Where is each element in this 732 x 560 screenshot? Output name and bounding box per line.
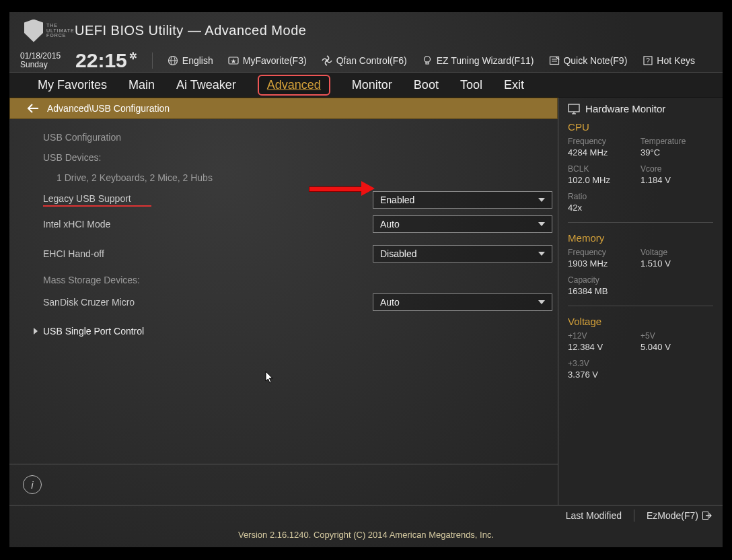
fan-icon — [322, 55, 333, 67]
note-icon — [548, 55, 560, 67]
hotkeys-button[interactable]: ? Hot Keys — [642, 55, 695, 67]
bulb-icon — [422, 55, 433, 67]
usb-single-port-submenu[interactable]: USB Single Port Control — [43, 320, 558, 343]
xhci-select[interactable]: Auto — [373, 215, 552, 233]
chevron-right-icon — [34, 328, 38, 335]
gear-icon[interactable]: ✲ — [129, 50, 137, 61]
ezmode-button[interactable]: EzMode(F7) — [647, 510, 712, 521]
clock[interactable]: 22:15✲ — [75, 49, 137, 72]
voltage-section: Voltage — [568, 316, 713, 327]
tab-exit[interactable]: Exit — [504, 78, 524, 92]
memory-section: Memory — [568, 232, 713, 244]
back-arrow-icon[interactable] — [27, 104, 39, 113]
section-header: USB Configuration — [43, 132, 373, 143]
quicknote-button[interactable]: Quick Note(F9) — [548, 55, 627, 67]
exit-icon — [702, 512, 712, 520]
chevron-down-icon — [538, 300, 545, 304]
myfavorite-button[interactable]: MyFavorite(F3) — [228, 55, 307, 67]
sandisk-select[interactable]: Auto — [373, 293, 552, 311]
globe-icon — [168, 55, 179, 67]
version-text: Version 2.16.1240. Copyright (C) 2014 Am… — [9, 526, 723, 543]
sandisk-label: SanDisk Cruzer Micro — [43, 297, 373, 308]
tab-monitor[interactable]: Monitor — [352, 78, 392, 92]
svg-rect-13 — [569, 104, 579, 112]
question-icon: ? — [642, 55, 653, 67]
eztuning-button[interactable]: EZ Tuning Wizard(F11) — [422, 55, 534, 67]
chevron-down-icon — [538, 222, 545, 226]
svg-text:?: ? — [646, 57, 650, 65]
last-modified-button[interactable]: Last Modified — [566, 510, 622, 521]
breadcrumb[interactable]: Advanced\USB Configuration — [9, 98, 558, 119]
svg-marker-4 — [231, 59, 236, 63]
hardware-monitor-title: Hardware Monitor — [585, 103, 665, 114]
usb-devices-label: USB Devices: — [43, 152, 373, 163]
tab-ai-tweaker[interactable]: Ai Tweaker — [176, 78, 236, 92]
ehci-label: EHCI Hand-off — [43, 248, 373, 259]
info-icon[interactable]: i — [23, 475, 42, 494]
tab-my-favorites[interactable]: My Favorites — [38, 78, 107, 92]
qfan-button[interactable]: Qfan Control(F6) — [322, 55, 407, 67]
favorite-icon — [228, 55, 240, 67]
breadcrumb-text: Advanced\USB Configuration — [47, 103, 170, 114]
legacy-usb-select[interactable]: Enabled — [373, 191, 552, 209]
mouse-cursor-icon — [265, 371, 274, 384]
tab-advanced[interactable]: Advanced — [258, 75, 330, 96]
tuf-logo: THE ULTIMATE FORCE — [24, 18, 75, 44]
legacy-usb-label: Legacy USB Support — [43, 193, 151, 207]
tab-bar: My Favorites Main Ai Tweaker Advanced Mo… — [9, 72, 723, 98]
tab-main[interactable]: Main — [129, 78, 155, 92]
hardware-monitor-panel: Hardware Monitor CPU Frequency4284 MHz T… — [558, 98, 723, 505]
cpu-section: CPU — [568, 121, 713, 133]
usb-devices-value: 1 Drive, 2 Keyboards, 2 Mice, 2 Hubs — [43, 172, 386, 183]
page-title: UEFI BIOS Utility — Advanced Mode — [75, 23, 306, 38]
xhci-label: Intel xHCI Mode — [43, 219, 373, 230]
date-display: 01/18/2015 Sunday — [20, 52, 61, 69]
ehci-select[interactable]: Disabled — [373, 245, 552, 262]
monitor-icon — [568, 104, 580, 114]
svg-rect-7 — [426, 62, 429, 64]
tab-boot[interactable]: Boot — [414, 78, 439, 92]
language-button[interactable]: English — [168, 55, 213, 67]
tab-tool[interactable]: Tool — [460, 78, 482, 92]
mass-storage-label: Mass Storage Devices: — [43, 275, 373, 285]
chevron-down-icon — [538, 252, 545, 256]
svg-point-6 — [425, 57, 431, 63]
chevron-down-icon — [538, 198, 545, 202]
